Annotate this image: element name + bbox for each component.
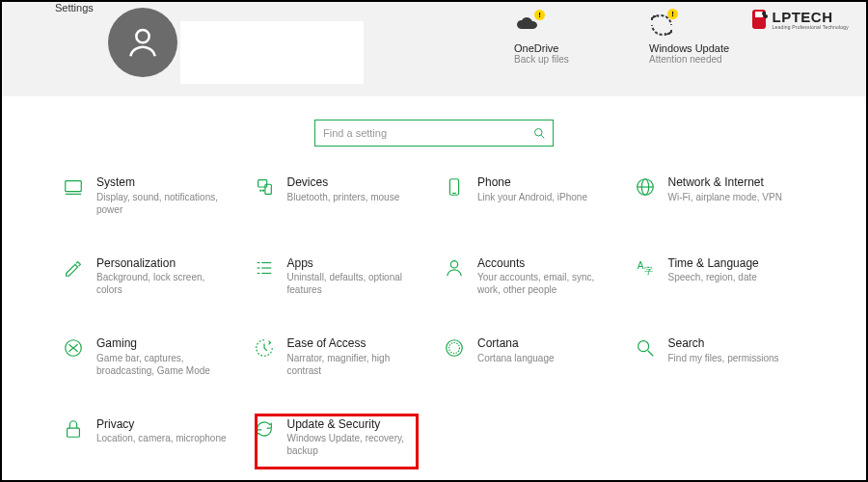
system-icon (62, 175, 85, 199)
page-title: Settings (55, 2, 94, 13)
phone-icon (443, 175, 466, 199)
category-sub: Background, lock screen, colors (96, 271, 231, 296)
category-cortana[interactable]: Cortana Cortana language (439, 333, 620, 381)
category-privacy[interactable]: Privacy Location, camera, microphone (58, 414, 239, 462)
logo-subtext: Leading Professional Technology (773, 24, 850, 30)
category-title: Ease of Access (287, 336, 422, 352)
category-title: Gaming (96, 336, 231, 352)
category-sub: Display, sound, notifications, power (96, 191, 231, 216)
category-phone[interactable]: Phone Link your Android, iPhone (439, 172, 620, 220)
personalization-icon (62, 256, 85, 280)
svg-text:A: A (637, 260, 643, 271)
category-network[interactable]: Network & Internet Wi-Fi, airplane mode,… (630, 172, 811, 220)
svg-point-0 (136, 30, 149, 42)
svg-point-4 (535, 129, 543, 137)
category-sub: Your accounts, email, sync, work, other … (477, 271, 612, 296)
category-title: Network & Internet (668, 175, 782, 191)
category-title: System (96, 175, 231, 191)
user-icon (124, 24, 161, 61)
category-time-language[interactable]: A字 Time & Language Speech, region, date (630, 253, 811, 301)
logo-text: LPTECH (773, 9, 833, 25)
category-sub: Location, camera, microphone (96, 432, 227, 444)
gaming-icon (62, 336, 85, 360)
status-update-sub: Attention needed (649, 54, 722, 65)
category-apps[interactable]: Apps Uninstall, defaults, optional featu… (249, 253, 430, 301)
time-language-icon: A字 (634, 256, 657, 280)
svg-line-30 (647, 351, 653, 357)
category-ease-of-access[interactable]: Ease of Access Narrator, magnifier, high… (249, 333, 430, 381)
svg-point-28 (449, 343, 460, 354)
category-sub: Narrator, magnifier, high contrast (287, 352, 422, 377)
category-sub: Windows Update, recovery, backup (287, 432, 422, 457)
search-icon (533, 127, 545, 139)
svg-text:字: 字 (644, 266, 653, 276)
category-devices[interactable]: Devices Bluetooth, printers, mouse (249, 172, 430, 220)
logo-icon (749, 8, 769, 31)
category-title: Cortana (477, 336, 555, 352)
search-box[interactable] (314, 120, 554, 147)
status-onedrive-sub: Back up files (514, 54, 569, 65)
svg-rect-9 (264, 184, 270, 194)
category-sub: Cortana language (477, 352, 555, 364)
category-sub: Speech, region, date (668, 271, 759, 283)
category-title: Accounts (477, 256, 612, 272)
category-system[interactable]: System Display, sound, notifications, po… (58, 172, 239, 220)
cortana-icon (443, 336, 466, 360)
update-security-icon (253, 417, 276, 441)
svg-rect-6 (66, 181, 82, 192)
svg-point-3 (764, 14, 768, 18)
search-container (2, 120, 866, 147)
svg-point-23 (450, 260, 457, 267)
category-title: Privacy (96, 417, 227, 433)
category-search[interactable]: Search Find my files, permissions (630, 333, 811, 381)
category-title: Phone (477, 175, 587, 191)
category-title: Devices (287, 175, 400, 191)
category-title: Personalization (96, 256, 231, 272)
onedrive-icon: ! (514, 12, 543, 39)
svg-point-29 (637, 341, 648, 352)
category-sub: Uninstall, defaults, optional features (287, 271, 422, 296)
avatar[interactable] (108, 8, 177, 77)
svg-rect-12 (449, 179, 458, 196)
category-title: Search (668, 336, 779, 352)
settings-grid: System Display, sound, notifications, po… (2, 172, 866, 461)
warning-badge-icon: ! (534, 10, 545, 20)
network-icon (634, 175, 657, 199)
svg-line-5 (541, 135, 544, 138)
devices-icon (253, 175, 276, 199)
header: Settings ! OneDrive Back up files (2, 2, 866, 96)
svg-rect-31 (68, 428, 80, 437)
ease-of-access-icon (253, 336, 276, 360)
category-sub: Find my files, permissions (668, 352, 779, 364)
svg-point-11 (262, 190, 263, 191)
category-accounts[interactable]: Accounts Your accounts, email, sync, wor… (439, 253, 620, 301)
category-sub: Wi-Fi, airplane mode, VPN (668, 191, 782, 203)
category-title: Update & Security (287, 417, 422, 433)
category-title: Apps (287, 256, 422, 272)
status-onedrive[interactable]: ! OneDrive Back up files (514, 12, 610, 65)
category-title: Time & Language (668, 256, 759, 272)
apps-icon (253, 256, 276, 280)
searchcat-icon (634, 336, 657, 360)
category-gaming[interactable]: Gaming Game bar, captures, broadcasting,… (58, 333, 239, 381)
category-sub: Bluetooth, printers, mouse (287, 191, 400, 203)
svg-point-10 (259, 190, 260, 191)
search-input[interactable] (323, 127, 533, 139)
privacy-icon (62, 417, 85, 441)
status-windows-update[interactable]: ! Windows Update Attention needed (649, 12, 746, 65)
status-update-title: Windows Update (649, 42, 729, 54)
category-personalization[interactable]: Personalization Background, lock screen,… (58, 253, 239, 301)
status-onedrive-title: OneDrive (514, 42, 558, 54)
svg-rect-1 (755, 12, 763, 17)
category-sub: Game bar, captures, broadcasting, Game M… (96, 352, 231, 377)
windows-update-icon: ! (649, 12, 674, 39)
category-update-security[interactable]: Update & Security Windows Update, recove… (249, 414, 430, 462)
brand-logo: LPTECH Leading Professional Technology (749, 8, 850, 31)
user-info-blank (180, 21, 364, 84)
warning-badge-icon: ! (667, 9, 678, 19)
accounts-icon (443, 256, 466, 280)
category-sub: Link your Android, iPhone (477, 191, 587, 203)
status-group: ! OneDrive Back up files ! Windows Updat… (514, 12, 746, 65)
